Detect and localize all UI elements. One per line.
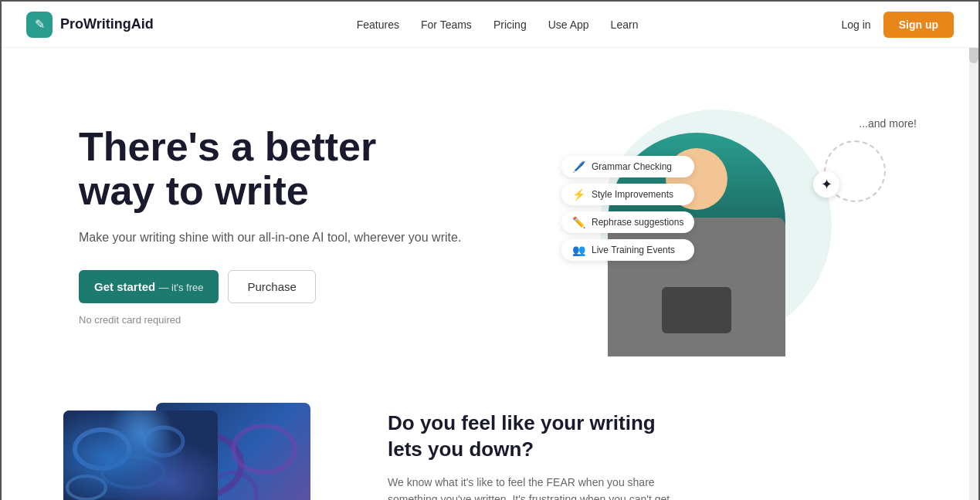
hero-title: There's a better way to write bbox=[79, 125, 461, 213]
pill-rephrase: ✏️ Rephrase suggestions bbox=[561, 211, 694, 233]
training-icon: 👥 bbox=[572, 244, 585, 256]
svg-point-5 bbox=[144, 427, 183, 455]
style-icon: ⚡ bbox=[572, 188, 585, 201]
second-section-title: Do you feel like your writing lets you d… bbox=[388, 410, 681, 463]
hero-buttons: Get started — it's free Purchase bbox=[79, 270, 461, 303]
nav-actions: Log in Sign up bbox=[842, 12, 954, 38]
scrollbar-track bbox=[969, 2, 978, 500]
purchase-button[interactable]: Purchase bbox=[228, 270, 315, 303]
hero-left: There's a better way to write Make your … bbox=[79, 125, 461, 326]
card-front-art bbox=[63, 410, 218, 500]
navbar: ✎ ProWritingAid Features For Teams Prici… bbox=[2, 2, 978, 48]
login-button[interactable]: Log in bbox=[842, 19, 871, 31]
svg-point-6 bbox=[102, 457, 164, 488]
no-credit-text: No credit card required bbox=[79, 314, 461, 326]
second-section: My idea in my head Do you feel like your… bbox=[2, 387, 978, 500]
signup-button[interactable]: Sign up bbox=[883, 12, 954, 38]
grammar-icon: 🖊️ bbox=[572, 160, 585, 173]
hero-right: ...and more! 🖊️ Grammar Checking ⚡ Style… bbox=[561, 94, 932, 356]
svg-point-1 bbox=[233, 426, 295, 472]
pill-training: 👥 Live Training Events bbox=[561, 239, 694, 261]
page-wrapper: ✎ ProWritingAid Features For Teams Prici… bbox=[0, 0, 980, 500]
person-laptop bbox=[662, 287, 731, 333]
svg-rect-3 bbox=[63, 410, 218, 500]
second-section-body: We know what it's like to feel the FEAR … bbox=[388, 474, 681, 500]
logo-link[interactable]: ✎ ProWritingAid bbox=[26, 12, 154, 38]
nav-link-use-app[interactable]: Use App bbox=[548, 19, 589, 31]
svg-point-4 bbox=[75, 430, 129, 468]
pill-grammar: 🖊️ Grammar Checking bbox=[561, 156, 694, 177]
nav-links: Features For Teams Pricing Use App Learn bbox=[357, 19, 639, 31]
hero-subtitle: Make your writing shine with our all-in-… bbox=[79, 228, 461, 247]
hero-section: There's a better way to write Make your … bbox=[2, 48, 978, 387]
star-badge: ✦ bbox=[813, 171, 839, 198]
logo-icon: ✎ bbox=[26, 12, 53, 38]
logo-text: ProWritingAid bbox=[60, 16, 154, 32]
get-started-button[interactable]: Get started — it's free bbox=[79, 270, 219, 303]
card-front: My idea in my head bbox=[63, 410, 218, 500]
image-cards: My idea in my head bbox=[48, 403, 341, 500]
svg-point-8 bbox=[67, 476, 106, 499]
rephrase-icon: ✏️ bbox=[572, 216, 585, 228]
nav-link-pricing[interactable]: Pricing bbox=[493, 19, 527, 31]
nav-link-features[interactable]: Features bbox=[357, 19, 399, 31]
nav-link-for-teams[interactable]: For Teams bbox=[421, 19, 472, 31]
more-label: ...and more! bbox=[859, 117, 917, 130]
pill-style: ⚡ Style Improvements bbox=[561, 184, 694, 205]
feature-pills: 🖊️ Grammar Checking ⚡ Style Improvements… bbox=[561, 156, 694, 261]
nav-link-learn[interactable]: Learn bbox=[611, 19, 639, 31]
second-text: Do you feel like your writing lets you d… bbox=[388, 387, 681, 500]
